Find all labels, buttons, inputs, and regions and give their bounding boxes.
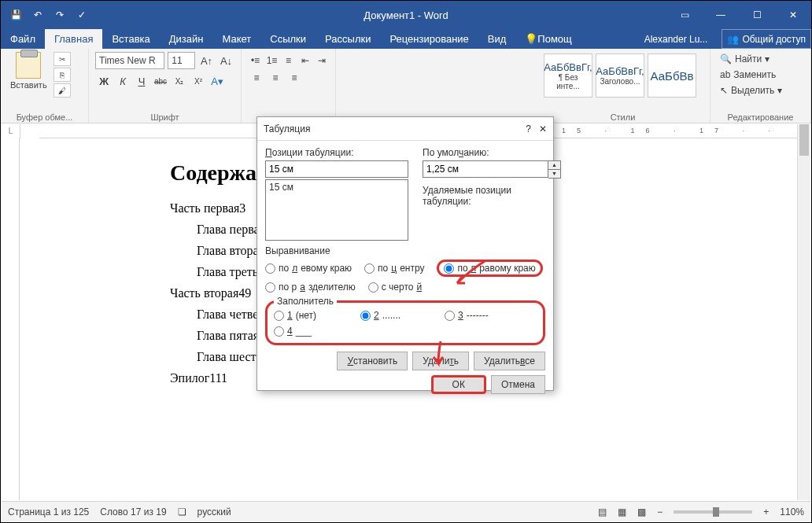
- window-buttons: ▭ — ☐ ✕: [666, 1, 811, 29]
- align-bar-radio[interactable]: с чертой: [368, 282, 422, 293]
- tab-design[interactable]: Дизайн: [160, 29, 213, 49]
- save-icon[interactable]: 💾: [7, 6, 24, 24]
- default-input[interactable]: [423, 160, 548, 178]
- zoom-in-icon[interactable]: +: [763, 506, 769, 517]
- style-sample: АаБбВв: [651, 69, 694, 83]
- paste-icon: [16, 52, 41, 79]
- ruler-vertical[interactable]: [1, 138, 20, 500]
- view-web-icon[interactable]: ▩: [637, 506, 646, 517]
- subscript-button[interactable]: X₂: [171, 72, 188, 90]
- font-size-select[interactable]: 11: [168, 52, 195, 69]
- superscript-button[interactable]: X²: [190, 72, 207, 90]
- cancel-button[interactable]: Отмена: [491, 375, 545, 394]
- indent-icon[interactable]: ⇥: [314, 52, 329, 69]
- dialog-close-icon[interactable]: ✕: [539, 123, 547, 134]
- help-icon[interactable]: ?: [526, 123, 531, 134]
- leader-dashes-radio[interactable]: 3 -------: [445, 310, 489, 321]
- tab-home[interactable]: Главная: [45, 29, 102, 49]
- leader-dots-radio[interactable]: 2 .......: [360, 310, 400, 321]
- align-center-radio[interactable]: по центру: [364, 260, 424, 277]
- format-painter-icon[interactable]: 🖌: [54, 83, 71, 98]
- find-label: Найти: [735, 53, 762, 64]
- view-read-icon[interactable]: ▤: [598, 506, 607, 517]
- align-left-radio[interactable]: по левому краю: [265, 260, 352, 277]
- view-print-icon[interactable]: ▦: [618, 506, 626, 517]
- ribbon-options-icon[interactable]: ▭: [666, 1, 703, 29]
- share-icon: 👥: [727, 34, 739, 45]
- style-heading[interactable]: АаБбВвГг, Заголово...: [596, 53, 644, 98]
- tab-selector-icon[interactable]: L: [2, 124, 20, 138]
- paste-button[interactable]: Вставить: [7, 52, 50, 98]
- leader-underscore-radio[interactable]: 4 ___: [274, 326, 537, 337]
- paste-label: Вставить: [10, 80, 47, 90]
- tab-review[interactable]: Рецензирование: [380, 29, 478, 49]
- tab-pos-list[interactable]: 15 см: [265, 179, 408, 241]
- word-count[interactable]: Слово 17 из 19: [100, 506, 166, 517]
- select-button[interactable]: ↖Выделить ▾: [717, 83, 804, 98]
- list-item[interactable]: 15 см: [269, 182, 404, 193]
- scroll-thumb[interactable]: [799, 124, 809, 156]
- zoom-slider[interactable]: [674, 510, 752, 514]
- share-button[interactable]: 👥Общий доступ: [722, 29, 811, 49]
- scrollbar-vertical[interactable]: [797, 124, 810, 500]
- undo-icon[interactable]: ↶: [29, 6, 46, 24]
- ok-button[interactable]: ОК: [431, 375, 486, 394]
- multilevel-icon[interactable]: ≡: [281, 52, 296, 69]
- italic-button[interactable]: К: [114, 72, 131, 90]
- strike-button[interactable]: abc: [152, 72, 169, 90]
- leader-none-radio[interactable]: 1 (нет): [274, 310, 316, 321]
- group-label-clipboard: Буфер обме...: [1, 112, 88, 122]
- group-label-font: Шрифт: [89, 112, 241, 122]
- bullets-icon[interactable]: •≡: [248, 52, 263, 69]
- grow-font-icon[interactable]: A↑: [198, 52, 215, 69]
- zoom-level[interactable]: 110%: [780, 506, 804, 517]
- tab-tellme[interactable]: 💡 Помощ: [515, 29, 581, 49]
- cut-icon[interactable]: ✂: [54, 52, 71, 66]
- page-indicator[interactable]: Страница 1 из 125: [8, 506, 89, 517]
- tab-layout[interactable]: Макет: [212, 29, 260, 49]
- align-right-icon[interactable]: ≡: [286, 69, 303, 87]
- set-button[interactable]: Установить: [337, 352, 408, 370]
- style-no-spacing[interactable]: АаБбВвГг, ¶ Без инте...: [544, 53, 592, 98]
- window-title: Документ1 - Word: [364, 9, 448, 21]
- copy-icon[interactable]: ⎘: [54, 68, 71, 82]
- tab-pos-input[interactable]: [265, 160, 408, 178]
- maximize-icon[interactable]: ☐: [739, 1, 775, 29]
- zoom-out-icon[interactable]: −: [657, 506, 663, 517]
- language-indicator[interactable]: русский: [197, 506, 231, 517]
- align-left-icon[interactable]: ≡: [248, 69, 265, 87]
- account-name[interactable]: Alexander Lu...: [637, 29, 716, 49]
- proofing-icon[interactable]: ❏: [178, 506, 186, 517]
- annotation-arrow: [429, 340, 452, 371]
- default-spinner[interactable]: ▲▼: [423, 160, 561, 179]
- clear-all-button[interactable]: Удалить все: [474, 352, 545, 370]
- close-icon[interactable]: ✕: [775, 1, 811, 29]
- shrink-font-icon[interactable]: A↓: [218, 52, 234, 69]
- replace-label: Заменить: [733, 69, 776, 80]
- minimize-icon[interactable]: —: [703, 1, 739, 29]
- share-label: Общий доступ: [742, 34, 806, 45]
- find-button[interactable]: 🔍Найти ▾: [717, 52, 804, 66]
- outdent-icon[interactable]: ⇤: [297, 52, 312, 69]
- tab-mailings[interactable]: Рассылки: [316, 29, 380, 49]
- align-decimal-radio[interactable]: по разделителю: [265, 282, 356, 293]
- replace-button[interactable]: abЗаменить: [717, 68, 804, 82]
- tab-insert[interactable]: Вставка: [102, 29, 159, 49]
- font-name-select[interactable]: Times New R: [95, 52, 164, 69]
- numbering-icon[interactable]: 1≡: [264, 52, 279, 69]
- tab-file[interactable]: Файл: [1, 29, 45, 49]
- style-sample: АаБбВвГг,: [596, 65, 644, 77]
- spin-buttons[interactable]: ▲▼: [548, 160, 561, 179]
- tabs-dialog: Табуляция ? ✕ Позиции табуляции: 15 см П…: [257, 116, 554, 391]
- spellcheck-icon[interactable]: ✓: [73, 6, 90, 24]
- redo-icon[interactable]: ↷: [51, 6, 68, 24]
- bold-button[interactable]: Ж: [95, 72, 113, 90]
- ribbon-tabs: Файл Главная Вставка Дизайн Макет Ссылки…: [1, 29, 811, 49]
- style-more[interactable]: АаБбВв: [648, 53, 696, 98]
- tab-references[interactable]: Ссылки: [260, 29, 316, 49]
- text-effects-icon[interactable]: A▾: [209, 72, 226, 90]
- align-center-icon[interactable]: ≡: [267, 69, 284, 87]
- tab-view[interactable]: Вид: [478, 29, 516, 49]
- underline-button[interactable]: Ч: [133, 72, 150, 90]
- cursor-icon: ↖: [720, 85, 728, 96]
